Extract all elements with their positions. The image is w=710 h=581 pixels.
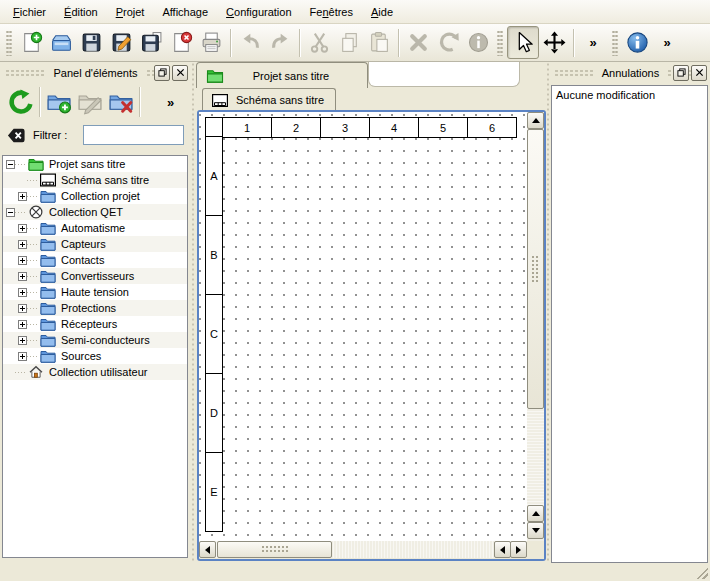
arrow-up-icon [532, 118, 540, 123]
close-panel-button[interactable] [691, 65, 707, 81]
blue-folder-icon [39, 188, 56, 204]
undo-list-item[interactable]: Aucune modification [552, 86, 707, 104]
elements-tree[interactable]: Projet sans titreSchéma sans titreCollec… [2, 155, 188, 558]
tree-item-recepteurs[interactable]: Récepteurs [3, 316, 187, 332]
tree-item-contacts[interactable]: Contacts [3, 252, 187, 268]
diagram-view[interactable]: 123456 ABCDE [197, 110, 546, 561]
new-document-button[interactable] [16, 27, 46, 58]
blue-folder-icon [39, 348, 56, 364]
move-icon [543, 31, 566, 54]
paste-icon [368, 31, 391, 54]
tree-item-automatisme[interactable]: Automatisme [3, 220, 187, 236]
print-button[interactable] [196, 27, 226, 58]
tree-item-haute-tension[interactable]: Haute tension [3, 284, 187, 300]
expander-plus-icon[interactable] [18, 192, 27, 201]
tree-item-protections[interactable]: Protections [3, 300, 187, 316]
diagram-corner-cell [205, 117, 223, 138]
expander-plus-icon[interactable] [18, 224, 27, 233]
filter-input[interactable] [83, 125, 184, 145]
tree-item-projet-sans-titre[interactable]: Projet sans titre [3, 156, 187, 172]
schema-icon [39, 172, 56, 188]
clear-filter-button[interactable] [7, 126, 26, 145]
diagram-canvas[interactable]: 123456 ABCDE [199, 112, 527, 541]
expander-minus-icon[interactable] [6, 160, 15, 169]
scroll-left-button-2[interactable] [494, 541, 511, 558]
expander-plus-icon[interactable] [18, 288, 27, 297]
save-icon [80, 31, 103, 54]
tree-branch-line [27, 340, 39, 341]
expander-plus-icon[interactable] [18, 336, 27, 345]
row-header-B: B [205, 215, 223, 295]
menu-projet[interactable]: Projet [107, 2, 154, 22]
menu-aide[interactable]: Aide [362, 2, 402, 22]
close-document-button[interactable] [166, 27, 196, 58]
menu-configuration[interactable]: Configuration [217, 2, 300, 22]
new-category-button[interactable] [43, 86, 74, 118]
panel-overflow-button[interactable]: » [155, 86, 186, 118]
copy-button [334, 27, 364, 58]
pan-mode-button[interactable] [539, 27, 569, 58]
select-mode-button[interactable] [507, 26, 539, 59]
elements-panel-titlebar[interactable]: Panel d'éléments [0, 62, 191, 83]
save-as-button[interactable] [106, 27, 136, 58]
scroll-up-button-2[interactable] [527, 505, 544, 522]
tree-item-sources[interactable]: Sources [3, 348, 187, 364]
expander-plus-icon[interactable] [18, 256, 27, 265]
tree-item-collection-qet[interactable]: Collection QET [3, 204, 187, 220]
tree-item-collection-utilisateur[interactable]: Collection utilisateur [3, 364, 187, 380]
scroll-left-button[interactable] [199, 541, 216, 558]
close-panel-button[interactable] [172, 65, 188, 81]
menu-fenetres[interactable]: Fenêtres [301, 2, 362, 22]
green-folder-icon [27, 156, 44, 172]
float-panel-button[interactable] [673, 65, 689, 81]
tree-item-semi-conducteurs[interactable]: Semi-conducteurs [3, 332, 187, 348]
toolbar-drag-handle-2[interactable] [497, 30, 503, 56]
toolbar-drag-handle-1[interactable] [6, 30, 12, 56]
hscroll-thumb[interactable] [217, 541, 332, 558]
expander-minus-icon[interactable] [6, 208, 15, 217]
column-header-6: 6 [467, 117, 517, 138]
menu-fichier[interactable]: Fichier [4, 2, 55, 22]
tab-projet-sans-titre[interactable]: Projet sans titre [196, 62, 368, 88]
save-button[interactable] [76, 27, 106, 58]
vscroll-thumb[interactable] [527, 129, 544, 409]
scroll-down-button[interactable] [527, 522, 544, 539]
expander-plus-icon[interactable] [18, 320, 27, 329]
tree-item-capteurs[interactable]: Capteurs [3, 236, 187, 252]
folder-delete-icon [108, 89, 134, 115]
expander-plus-icon[interactable] [18, 272, 27, 281]
tree-item-collection-projet[interactable]: Collection projet [3, 188, 187, 204]
about-qet-button[interactable] [622, 27, 652, 58]
print-icon [200, 31, 223, 54]
toolbar-overflow-1-button[interactable]: » [578, 27, 608, 58]
tree-item-label: Sources [61, 350, 101, 362]
tab-schema-sans-titre[interactable]: Schéma sans titre [202, 88, 336, 111]
toolbar-overflow-2-button[interactable]: » [652, 27, 682, 58]
horizontal-scrollbar[interactable] [199, 541, 527, 558]
tree-branch-line [15, 372, 27, 373]
vertical-scrollbar[interactable] [527, 112, 544, 541]
float-panel-button[interactable] [154, 65, 170, 81]
expander-plus-icon[interactable] [18, 240, 27, 249]
menu-affichage[interactable]: Affichage [153, 2, 217, 22]
save-all-icon [140, 31, 163, 54]
save-all-button[interactable] [136, 27, 166, 58]
window-close-icon [695, 67, 704, 79]
resize-grip[interactable] [695, 566, 708, 579]
undo-panel-titlebar[interactable]: Annulations [551, 62, 710, 83]
tree-item-schema-sans-titre[interactable]: Schéma sans titre [3, 172, 187, 188]
toolbar-drag-handle-3[interactable] [612, 30, 618, 56]
scroll-up-button[interactable] [527, 112, 544, 129]
delete-category-button[interactable] [105, 86, 136, 118]
expander-plus-icon[interactable] [18, 352, 27, 361]
undo-list[interactable]: Aucune modification [551, 85, 708, 563]
tree-item-convertisseurs[interactable]: Convertisseurs [3, 268, 187, 284]
menu-edition[interactable]: Édition [55, 2, 107, 22]
info-gray-icon [467, 31, 490, 54]
scroll-right-button[interactable] [510, 541, 527, 558]
reload-collections-button[interactable] [5, 86, 36, 118]
undo-button [235, 27, 265, 58]
expander-plus-icon[interactable] [18, 304, 27, 313]
open-document-button[interactable] [46, 27, 76, 58]
diagram-column-headers: 123456 [205, 117, 517, 138]
